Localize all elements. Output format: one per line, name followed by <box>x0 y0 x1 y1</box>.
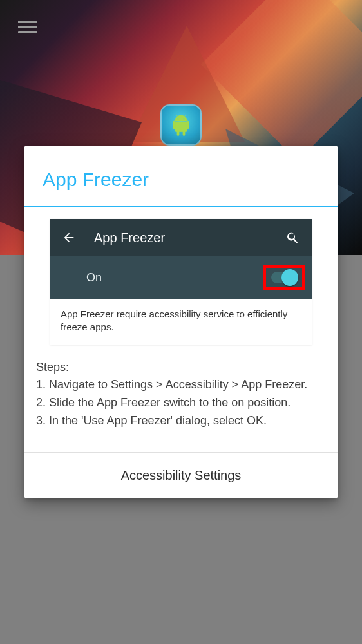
app-freezer-icon[interactable] <box>160 104 202 146</box>
search-icon <box>286 231 300 245</box>
toggle-on-icon <box>271 272 297 283</box>
dialog-header: App Freezer <box>24 146 338 206</box>
step-3: 3. In the 'Use App Freezer' dialog, sele… <box>36 412 326 430</box>
dialog-body: App Freezer On App Freezer require acces… <box>24 207 338 452</box>
screenshot-caption: App Freezer require accessibility servic… <box>50 299 312 345</box>
steps-heading: Steps: <box>36 359 326 377</box>
app-freezer-dialog: App Freezer App Freezer On <box>24 146 338 498</box>
step-1: 1. Navigate to Settings > Accessibility … <box>36 376 326 394</box>
accessibility-settings-button[interactable]: Accessibility Settings <box>121 468 242 483</box>
step-2: 2. Slide the App Freezer switch to the o… <box>36 394 326 412</box>
back-arrow-icon <box>62 231 76 245</box>
screenshot-toggle-label: On <box>86 271 102 285</box>
toggle-knob <box>281 269 298 286</box>
instruction-screenshot: App Freezer On App Freezer require acces… <box>50 219 312 345</box>
steps-text: Steps: 1. Navigate to Settings > Accessi… <box>36 345 326 445</box>
dialog-footer: Accessibility Settings <box>24 452 338 498</box>
screenshot-toolbar-title: App Freezer <box>94 231 268 245</box>
screenshot-toggle-row: On <box>50 256 312 299</box>
android-robot-icon <box>169 113 193 137</box>
screenshot-toolbar: App Freezer <box>50 219 312 256</box>
hamburger-icon[interactable] <box>18 21 37 33</box>
dialog-title: App Freezer <box>43 169 319 191</box>
toggle-highlight-box <box>263 265 305 290</box>
